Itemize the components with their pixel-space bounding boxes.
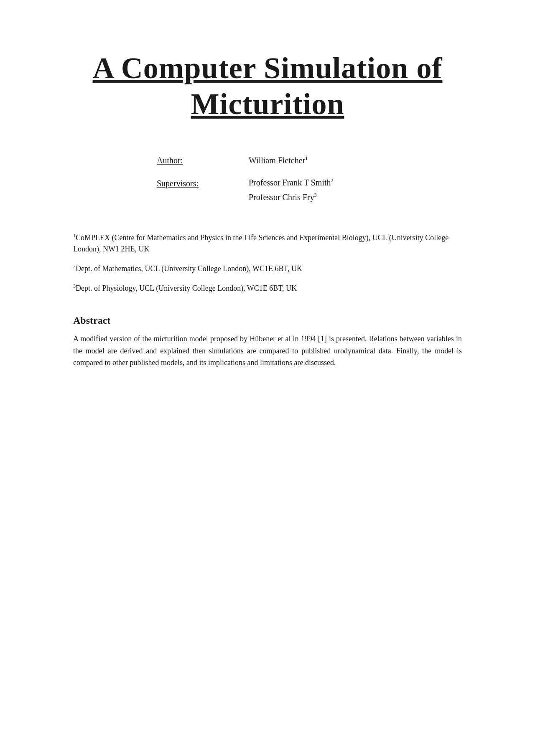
- supervisor-2: Professor Chris Fry3: [249, 193, 334, 202]
- affiliation-3: 3Dept. of Physiology, UCL (University Co…: [73, 283, 462, 294]
- abstract-title: Abstract: [73, 315, 462, 326]
- supervisor-1: Professor Frank T Smith2: [249, 178, 334, 188]
- title-section: A Computer Simulation of Micturition: [73, 50, 462, 122]
- title-line1: A Computer Simulation of: [93, 51, 443, 85]
- page: A Computer Simulation of Micturition Aut…: [40, 0, 495, 402]
- main-title: A Computer Simulation of Micturition: [73, 50, 462, 122]
- author-section: Author: William Fletcher1 Supervisors: P…: [73, 156, 462, 207]
- supervisors-block: Supervisors: Professor Frank T Smith2 Pr…: [157, 178, 462, 207]
- supervisors-names: Professor Frank T Smith2 Professor Chris…: [249, 178, 334, 207]
- affiliation-2: 2Dept. of Mathematics, UCL (University C…: [73, 263, 462, 274]
- abstract-section: Abstract A modified version of the mictu…: [73, 315, 462, 369]
- author-label: Author:: [157, 156, 224, 165]
- author-superscript: 1: [305, 155, 308, 161]
- affiliation-1: 1CoMPLEX (Centre for Mathematics and Phy…: [73, 232, 462, 255]
- author-row: Author: William Fletcher1: [157, 156, 462, 165]
- affiliations: 1CoMPLEX (Centre for Mathematics and Phy…: [73, 232, 462, 294]
- abstract-text: A modified version of the micturition mo…: [73, 333, 462, 369]
- title-line2: Micturition: [191, 87, 344, 121]
- supervisors-label: Supervisors:: [157, 178, 224, 188]
- author-name: William Fletcher1: [249, 156, 308, 165]
